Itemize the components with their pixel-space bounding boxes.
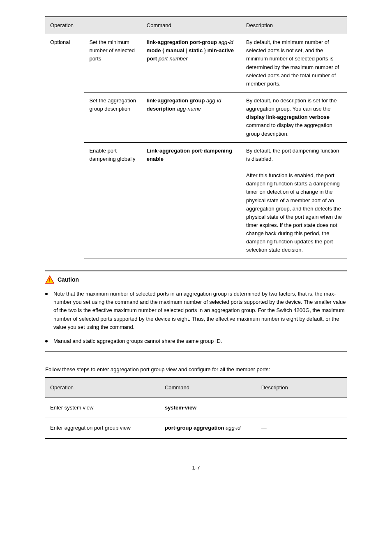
table-row: Set the aggregation group description li…: [45, 92, 347, 142]
t1-op: Enable port dampening globally: [84, 142, 141, 259]
divider: [45, 271, 347, 271]
table-row: Enter aggregation port group view port-g…: [45, 418, 347, 439]
t1-h1: Operation: [45, 17, 142, 34]
bullet-icon: [45, 340, 48, 342]
list-item: Manual and static aggregation groups can…: [45, 337, 347, 345]
config-table-1: Operation Command Description Optional S…: [45, 16, 347, 259]
svg-rect-1: [49, 278, 50, 281]
t2-caption: Follow these steps to enter aggregation …: [45, 365, 347, 374]
t2-op: Enter system view: [45, 398, 160, 418]
t1-cmd: link-aggregation group agg-id descriptio…: [142, 92, 241, 142]
page-number: 1-7: [45, 464, 347, 472]
table-row: Enable port dampening globally Link-aggr…: [45, 142, 347, 259]
caution-label: Caution: [58, 275, 79, 284]
bullet-icon: [45, 293, 48, 295]
t1-op: Set the minimum number of selected ports: [84, 34, 141, 92]
t1-group-label: Optional: [45, 34, 84, 259]
table-row: Optional Set the minimum number of selec…: [45, 34, 347, 92]
t2-h3: Description: [256, 377, 347, 398]
t2-h2: Command: [160, 377, 256, 398]
t2-desc: —: [256, 418, 347, 439]
caution-list: Note that the maximum number of selected…: [45, 290, 347, 345]
t1-cmd: Link-aggregation port-dampening enable: [142, 142, 241, 259]
t2-desc: —: [256, 398, 347, 418]
t1-desc: By default, the port dampening function …: [241, 142, 347, 259]
t2-cmd: port-group aggregation agg-id: [160, 418, 256, 439]
caution-heading: Caution: [45, 275, 347, 284]
t1-h3: Description: [241, 17, 347, 34]
t1-cmd: link-aggregation port-group agg-id mode …: [142, 34, 241, 92]
config-table-2: Operation Command Description Enter syst…: [45, 377, 347, 439]
table-row: Enter system view system-view —: [45, 398, 347, 418]
caution-text: Manual and static aggregation groups can…: [53, 337, 347, 345]
t2-h1: Operation: [45, 377, 160, 398]
svg-rect-2: [49, 282, 50, 282]
divider: [45, 351, 347, 352]
caution-text: Note that the maximum number of selected…: [53, 290, 347, 331]
t1-desc: By default, no description is set for th…: [241, 92, 347, 142]
list-item: Note that the maximum number of selected…: [45, 290, 347, 331]
t1-h2: Command: [142, 17, 241, 34]
warning-icon: [45, 275, 54, 284]
t1-desc: By default, the minimum number of select…: [241, 34, 347, 92]
t2-op: Enter aggregation port group view: [45, 418, 160, 439]
t2-cmd: system-view: [160, 398, 256, 418]
t1-op: Set the aggregation group description: [84, 92, 141, 142]
